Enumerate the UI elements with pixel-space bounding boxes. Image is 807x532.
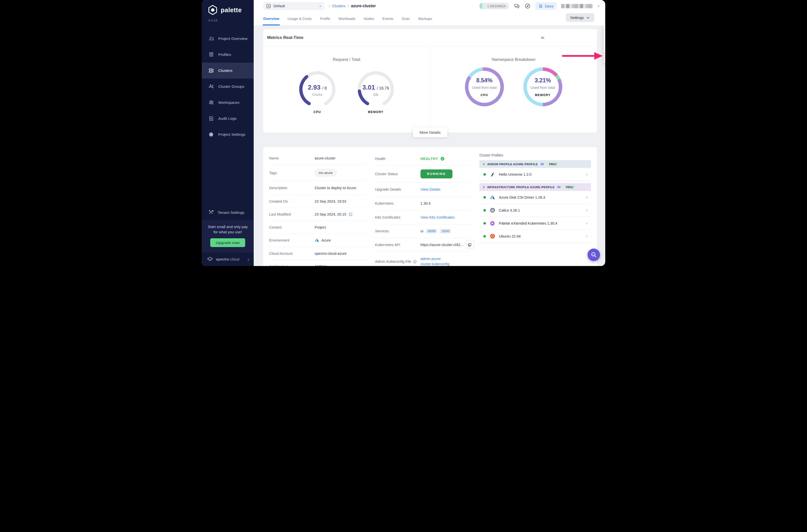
- profile-row-hello-universe[interactable]: Hello Universe 1.2.0 ›: [479, 168, 591, 181]
- project-select-value: Default: [273, 4, 285, 8]
- tab-backups[interactable]: Backups: [418, 12, 432, 25]
- detail-row-health: Health HEALTHY: [375, 152, 471, 166]
- view-k8s-certificates-link[interactable]: View K8s Certificates: [421, 215, 455, 219]
- docs-button[interactable]: Docs: [535, 2, 556, 10]
- cpu-gauge-label: CPU: [314, 110, 321, 114]
- profile-row-azure-disk-csi[interactable]: Azure Disk CSI Driver 1.28.3 ›: [479, 191, 591, 204]
- chevron-right-icon: ›: [586, 221, 588, 226]
- metrics-body: Request / Total: [263, 46, 597, 132]
- sidebar-item-cluster-groups[interactable]: Cluster Groups: [202, 79, 254, 95]
- pxk-hexagon-icon: [489, 220, 496, 227]
- tab-events[interactable]: Events: [382, 12, 393, 25]
- tab-nodes[interactable]: Nodes: [364, 12, 374, 25]
- tab-overview[interactable]: Overview: [263, 12, 279, 25]
- sidebar-item-label: Profiles: [218, 52, 231, 57]
- status-dot: [483, 196, 486, 198]
- cpu-donut: 8.54% Used from total CPU: [464, 68, 505, 106]
- chat-icon[interactable]: [513, 3, 520, 9]
- usage-quota-badge: 1.29/100kCh: [479, 3, 509, 9]
- menu-item-delete-cluster[interactable]: Delete Cluster: [604, 52, 605, 61]
- chevron-down-icon: ∨: [319, 4, 322, 8]
- sidebar-item-profiles[interactable]: Profiles: [202, 47, 254, 63]
- audit-log-icon: [208, 116, 214, 121]
- profile-row-palette-extended-k8s[interactable]: Palette eXtended Kubernetes 1.30.4 ›: [479, 217, 591, 230]
- cpu-donut-label: CPU: [481, 93, 488, 97]
- memory-gauge: 3.01 / 16.76 Gb MEMORY: [356, 69, 396, 114]
- service-port-link[interactable]: :3000: [439, 229, 451, 233]
- chevron-right-icon: ›: [586, 195, 588, 200]
- sidebar-item-label: Tenant Settings: [218, 210, 244, 215]
- service-port-link[interactable]: :8080: [425, 229, 437, 233]
- settings-button[interactable]: Settings: [566, 13, 594, 22]
- view-details-link[interactable]: View Details: [421, 187, 440, 191]
- tab-workloads[interactable]: Workloads: [338, 12, 355, 25]
- menu-item-on-demand-update[interactable]: On-Demand Update: [604, 35, 605, 44]
- tab-usage-costs[interactable]: Usage & Costs: [288, 12, 312, 25]
- info-icon[interactable]: [413, 260, 417, 264]
- detail-row-architecture: Architecture AMD64: [269, 260, 367, 266]
- infrastructure-profile-header[interactable]: ∨ INFRASTRUCTURE PROFILE AZURE-PROFILE P…: [479, 183, 591, 191]
- detail-row-cloud-account: Cloud Account spectro-cloud-azure: [269, 247, 367, 260]
- sidebar-item-label: Clusters: [218, 69, 233, 73]
- azure-icon: [489, 194, 496, 201]
- cpu-used-caption: Used from total: [472, 86, 497, 90]
- menu-item-download-logs[interactable]: Download Logs: [604, 44, 605, 52]
- layers-icon: [208, 52, 214, 58]
- memory-donut-label: MEMORY: [535, 93, 551, 97]
- profile-row-calico[interactable]: Calico 3.26.1 ›: [479, 204, 591, 217]
- detail-row-upgrade-details: Upgrade Details View Details: [375, 182, 471, 197]
- chevron-down-icon[interactable]: ∨: [598, 4, 600, 8]
- breadcrumb-current: azure-cluster: [351, 4, 376, 8]
- menu-item-cluster-settings[interactable]: Cluster Settings: [604, 27, 605, 35]
- promo-text: Start small and only pay for what you us…: [205, 224, 250, 235]
- network-icon: [208, 83, 214, 90]
- health-status: HEALTHY: [421, 156, 445, 161]
- more-details-button[interactable]: More Details: [413, 128, 447, 137]
- sidebar-item-label: Project Settings: [218, 132, 245, 137]
- search-icon: [590, 251, 597, 258]
- detail-row-description: Description Cluster to deploy to Azure.: [269, 181, 367, 195]
- detail-row-tags: Tags ms-azure: [269, 165, 367, 181]
- search-fab[interactable]: [588, 249, 600, 261]
- project-chart-icon: [266, 4, 271, 8]
- breadcrumb: / Clusters / azure-cluster: [329, 4, 376, 8]
- tab-scan[interactable]: Scan: [402, 12, 410, 25]
- topbar: Default ∨ / Clusters / azure-cluster 1.2…: [254, 0, 605, 12]
- clipped-label: In: [541, 36, 593, 40]
- sidebar-item-clusters[interactable]: Clusters: [202, 63, 254, 79]
- details-left-column: Name azure-cluster Tags ms-azure Descrip…: [269, 152, 367, 266]
- upgrade-now-button[interactable]: Upgrade now: [210, 238, 245, 247]
- link-icon: [540, 162, 544, 166]
- compass-icon[interactable]: [524, 3, 531, 9]
- profile-row-ubuntu[interactable]: Ubuntu 22.04 ›: [479, 230, 591, 243]
- memory-donut-chart: 3.21% Used from total MEMORY: [524, 68, 562, 106]
- sidebar-item-label: Project Overview: [218, 36, 247, 41]
- chart-icon: [208, 36, 214, 42]
- user-menu[interactable]: [561, 4, 593, 8]
- app-version: 4.4.19: [202, 16, 254, 24]
- kubeconfig-download-link[interactable]: admin.azure-cluster.kubeconfig: [421, 256, 450, 266]
- sidebar-item-project-settings[interactable]: Project Settings: [202, 127, 254, 142]
- kubernetes-api-url: https://azure-cluster-cf42...: [421, 243, 463, 247]
- sidebar-item-tenant-settings[interactable]: Tenant Settings: [202, 206, 254, 220]
- sidebar-item-workspaces[interactable]: Workspaces: [202, 95, 254, 111]
- project-select[interactable]: Default ∨: [263, 2, 324, 10]
- sidebar-collapse-button[interactable]: ‹: [247, 257, 249, 262]
- detail-row-services: Services ui :8080 :3000: [375, 224, 471, 238]
- brand-name: palette: [221, 6, 242, 14]
- tab-profile[interactable]: Profile: [320, 12, 330, 25]
- detail-row-kubernetes-api: Kubernetes API https://azure-cluster-cf4…: [375, 238, 471, 251]
- sidebar-item-project-overview[interactable]: Project Overview: [202, 31, 254, 47]
- azure-icon: [315, 238, 319, 243]
- sidebar-item-audit-logs[interactable]: Audit Logs: [202, 111, 254, 127]
- book-icon: [538, 4, 543, 8]
- info-icon[interactable]: [349, 212, 352, 216]
- addon-profile-header[interactable]: ∨ ADDON PROFILE AZURE-PROFILE PROJ: [479, 160, 591, 168]
- request-total-panel: Request / Total: [263, 46, 430, 132]
- breadcrumb-link-clusters[interactable]: Clusters: [332, 4, 345, 8]
- cluster-profiles-title: Cluster Profiles: [479, 153, 591, 157]
- copy-button[interactable]: [465, 240, 474, 249]
- chevron-right-icon: ›: [586, 208, 588, 213]
- detail-row-k8s-certificates: K8s Certificates View K8s Certificates: [375, 210, 471, 224]
- spectro-cloud-logo-icon: [207, 256, 213, 263]
